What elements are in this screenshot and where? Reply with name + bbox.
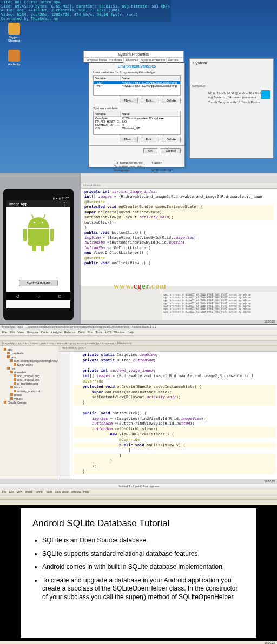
tree-item[interactable]: ic_launcher.png [2, 381, 56, 385]
menu-format[interactable]: Format [35, 490, 43, 493]
code-editor[interactable]: private int current_image_index;int[] im… [81, 189, 277, 286]
menu-analyze[interactable]: Analyze [51, 331, 62, 334]
phone-screen: ▮ ▲ ▮ 11:37 Image App ⋮ SWITCH IMAGE [6, 196, 70, 308]
android-studio-partial: MainActivity private int current_image_i… [81, 173, 277, 324]
menu-run[interactable]: Run [88, 331, 93, 334]
ok-button[interactable]: OK [143, 148, 158, 153]
code-editor[interactable]: private static ImageView imgView; privat… [58, 352, 277, 479]
status-time: 11:37 [62, 197, 69, 200]
edit-sys-var-button[interactable]: Edit... [141, 137, 159, 142]
delete-sys-var-button[interactable]: Delete [162, 137, 181, 142]
bullet-item: Android comes in with built in SQLite da… [42, 563, 245, 572]
menu-edit[interactable]: Edit [9, 490, 14, 493]
tab-computer-name[interactable]: Computer Name [84, 58, 108, 63]
cancel-button[interactable]: Cancel [161, 148, 181, 153]
editor-tab-bar[interactable]: MainActivity.java × [58, 346, 277, 352]
breadcrumb[interactable]: ImageApp > app > src > main > java > com… [0, 341, 277, 346]
editor-tab[interactable]: MainActivity [81, 183, 277, 189]
menu-help[interactable]: Help [127, 331, 133, 334]
slide[interactable]: Android SQLite Database Tutorial SQLite … [21, 508, 256, 638]
menu-slide-show[interactable]: Slide Show [55, 490, 68, 493]
menu-build[interactable]: Build [78, 331, 84, 334]
overflow-menu-icon[interactable]: ⋮ [62, 203, 68, 205]
delete-user-var-button[interactable]: Delete [162, 98, 181, 103]
user-vars-table[interactable]: VariableValue TEMP%USERPROFILE%\AppData\… [93, 75, 181, 96]
watermark: www.cger.com [114, 282, 167, 291]
slide-canvas-area: Android SQLite Database Tutorial SQLite … [0, 505, 277, 641]
project-tree[interactable]: appmanifestsjavacom.example.programmingk… [0, 346, 58, 479]
logcat-console[interactable]: app_process 0 HUAWEI_ASCEND_P7HE_PHS_POR… [162, 292, 277, 320]
editor-tab[interactable]: MainActivity.java × [62, 346, 86, 350]
android-robot-image [24, 217, 53, 250]
tab-advanced[interactable]: Advanced [124, 58, 140, 63]
tree-item[interactable]: menu [2, 393, 56, 397]
menu-edit[interactable]: Edit [10, 331, 15, 334]
desktop-icon-audacity[interactable]: Audacity [3, 50, 25, 66]
recents-icon[interactable]: □ [58, 294, 61, 299]
back-icon[interactable]: ◁ [16, 294, 19, 299]
phone-status-bar: ▮ ▲ ▮ 11:37 [6, 196, 70, 200]
tree-item[interactable]: com.example.programmingknowledge.imageap… [2, 359, 56, 363]
menu-window[interactable]: Window [114, 331, 125, 334]
menu-tools[interactable]: Tools [46, 490, 52, 493]
table-row[interactable]: OSWindows_NT [94, 126, 180, 130]
home-icon[interactable]: ○ [37, 294, 40, 299]
desktop-icons: Skype - Shortcut Audacity [3, 23, 25, 73]
menu-code[interactable]: Code [41, 331, 48, 334]
audacity-icon [8, 50, 20, 62]
tree-item[interactable]: and_image1.png [2, 374, 56, 378]
tab-hardware[interactable]: Hardware [108, 58, 124, 63]
impress-status-bar: 18:10:22 [0, 641, 277, 644]
wifi-icon: ▲ [56, 197, 58, 200]
environment-variables-dialog: Environment Variables User variables for… [89, 63, 185, 167]
tree-item[interactable]: layout [2, 385, 56, 389]
tree-item[interactable]: manifests [2, 351, 56, 355]
tree-item[interactable]: activity_main.xml [2, 389, 56, 393]
tab-system-protection[interactable]: System Protection [140, 58, 167, 63]
tree-item[interactable]: Gradle Scripts [2, 400, 56, 404]
edit-user-var-button[interactable]: Edit... [141, 98, 159, 103]
menu-refactor[interactable]: Refactor [64, 331, 76, 334]
windows-desktop-screenshot: File: 001 Course Intro.mp4 Size: 6974508… [0, 0, 277, 173]
tree-item[interactable]: and_image2.png [2, 378, 56, 381]
menu-insert[interactable]: Insert [25, 490, 32, 493]
impress-menu-bar: FileEditViewInsertFormatToolsSlide ShowW… [0, 489, 277, 494]
menu-vcs[interactable]: VCS [105, 331, 111, 334]
menu-tools[interactable]: Tools [96, 331, 103, 334]
new-sys-var-button[interactable]: New... [120, 137, 138, 142]
menu-view[interactable]: View [17, 490, 23, 493]
table-row[interactable]: TMP%USERPROFILE%\AppData\Local\Temp [94, 84, 180, 88]
app-bar: Image App ⋮ [6, 200, 70, 207]
new-user-var-button[interactable]: New... [120, 98, 138, 103]
menu-help[interactable]: Help [83, 490, 89, 493]
ide-menu-bar: FileEditViewNavigateCodeAnalyzeRefactorB… [0, 330, 277, 336]
skype-icon [8, 23, 20, 35]
ide-toolbar [0, 336, 277, 341]
user-vars-label: User variables for ProgrammingKnowledge [93, 71, 181, 74]
tree-item[interactable]: drawable [2, 370, 56, 374]
sys-vars-label: System variables [93, 106, 181, 110]
app-title: Image App [9, 202, 27, 206]
menu-file[interactable]: File [2, 490, 6, 493]
tree-item[interactable]: values [2, 397, 56, 400]
tree-item[interactable]: app [2, 347, 56, 351]
tab-remote[interactable]: Remote [167, 58, 180, 63]
menu-file[interactable]: File [2, 331, 7, 334]
tree-item[interactable]: java [2, 355, 56, 359]
sys-vars-table[interactable]: VariableValue ComSpecC:\Windows\system32… [93, 111, 181, 135]
menu-navigate[interactable]: Navigate [27, 331, 38, 334]
tree-item[interactable]: MainActivity [2, 363, 56, 366]
slide-title: Android SQLite Database Tutorial [32, 518, 245, 529]
system-properties-tabs: Computer Name Hardware Advanced System P… [84, 57, 183, 63]
menu-view[interactable]: View [17, 331, 24, 334]
ide-window-title: ImageApp - [app] - ...\app\src\main\java… [0, 325, 277, 330]
switch-image-button[interactable]: SWITCH IMAGE [19, 280, 58, 286]
android-nav-bar: ◁ ○ □ [6, 292, 70, 300]
impress-toolbar-2 [0, 500, 277, 505]
signal-icon: ▮ [53, 197, 55, 200]
video-info-line: Generated by Thumbnail me [1, 17, 170, 22]
menu-window[interactable]: Window [71, 490, 81, 493]
desktop-icon-skype[interactable]: Skype - Shortcut [3, 23, 25, 42]
impress-titlebar: Untitled 1 - OpenOffice Impress [0, 484, 277, 489]
tree-item[interactable]: res [2, 366, 56, 370]
